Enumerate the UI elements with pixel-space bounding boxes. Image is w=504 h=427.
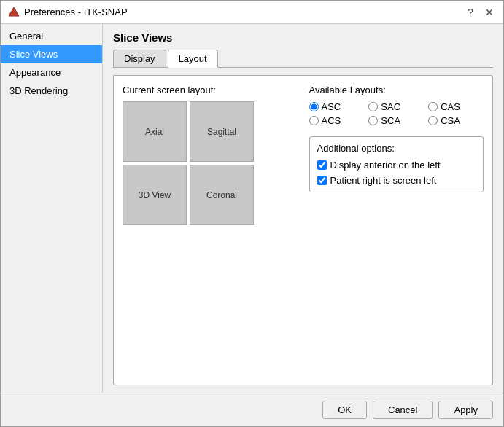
tabs: Display Layout	[113, 50, 493, 68]
title-bar: Preferences - ITK-SNAP ? ✕	[1, 1, 503, 24]
tab-content-layout: Current screen layout: Axial Sagittal 3D…	[113, 75, 493, 385]
cell-sagittal: Sagittal	[190, 101, 254, 162]
app-icon	[8, 7, 20, 18]
radio-asc[interactable]: ASC	[309, 101, 365, 112]
sidebar-item-3d-rendering[interactable]: 3D Rendering	[1, 82, 102, 100]
additional-options-box: Additional options: Display anterior on …	[309, 136, 484, 192]
window-title: Preferences - ITK-SNAP	[24, 7, 128, 17]
close-button[interactable]: ✕	[483, 6, 496, 19]
radio-csa[interactable]: CSA	[428, 115, 484, 126]
radio-sac[interactable]: SAC	[368, 101, 424, 112]
available-layouts-label: Available Layouts:	[309, 85, 484, 95]
checkbox-display-anterior[interactable]: Display anterior on the left	[317, 160, 476, 171]
sidebar-item-general[interactable]: General	[1, 27, 102, 45]
sidebar: General Slice Views Appearance 3D Render…	[1, 24, 103, 393]
additional-options-label: Additional options:	[317, 143, 476, 154]
title-bar-controls: ? ✕	[464, 6, 496, 19]
preferences-window: Preferences - ITK-SNAP ? ✕ General Slice…	[0, 0, 504, 427]
sidebar-item-appearance[interactable]: Appearance	[1, 63, 102, 82]
right-panel: Available Layouts: ASC SAC	[309, 85, 484, 225]
layout-panel: Current screen layout: Axial Sagittal 3D…	[123, 85, 484, 225]
radio-cas[interactable]: CAS	[428, 101, 484, 112]
svg-marker-0	[9, 7, 19, 16]
footer: OK Cancel Apply	[1, 393, 503, 426]
main-area: Slice Views Display Layout Current scree…	[103, 24, 503, 393]
ok-button[interactable]: OK	[322, 401, 367, 419]
current-layout-label: Current screen layout:	[123, 85, 298, 95]
radio-sca[interactable]: SCA	[368, 115, 424, 126]
help-button[interactable]: ?	[464, 6, 477, 19]
cell-coronal: Coronal	[190, 165, 254, 225]
checkbox-patient-right[interactable]: Patient right is screen left	[317, 175, 476, 186]
tab-layout[interactable]: Layout	[168, 50, 218, 68]
cancel-button[interactable]: Cancel	[373, 401, 433, 419]
layout-grid: Axial Sagittal 3D View Coronal	[123, 101, 254, 225]
title-bar-left: Preferences - ITK-SNAP	[8, 7, 128, 18]
tab-display[interactable]: Display	[113, 50, 166, 67]
cell-axial: Axial	[123, 101, 187, 162]
radio-acs[interactable]: ACS	[309, 115, 365, 126]
current-layout-panel: Current screen layout: Axial Sagittal 3D…	[123, 85, 298, 225]
radio-group: ASC SAC CAS	[309, 101, 484, 126]
section-title: Slice Views	[113, 31, 493, 44]
apply-button[interactable]: Apply	[438, 401, 493, 419]
cell-3d-view: 3D View	[123, 165, 187, 225]
main-content: General Slice Views Appearance 3D Render…	[1, 24, 503, 393]
sidebar-item-slice-views[interactable]: Slice Views	[1, 45, 102, 63]
